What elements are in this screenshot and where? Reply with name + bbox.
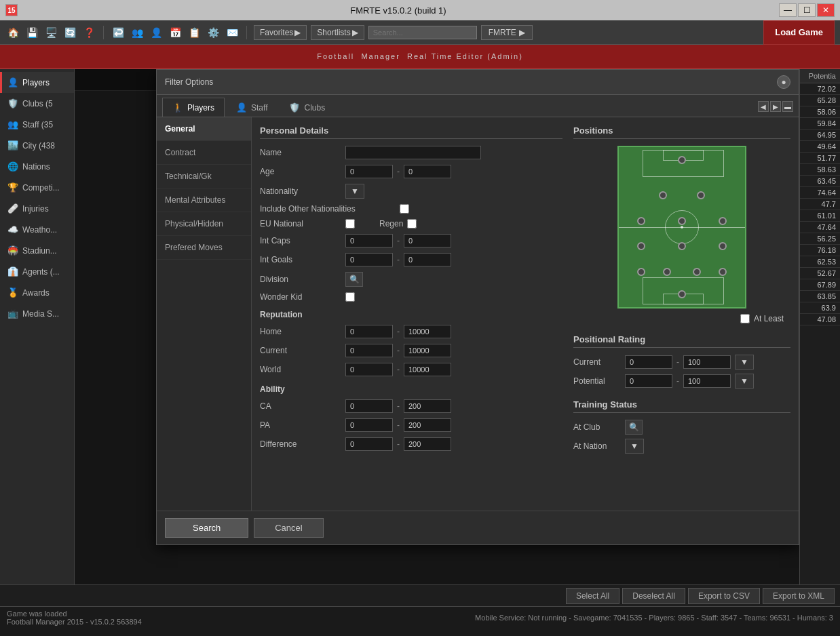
nav-back-button[interactable]: ◀ xyxy=(758,101,769,112)
position-aml[interactable] xyxy=(637,217,645,225)
sidebar-item-awards[interactable]: 🏅 Awards xyxy=(0,282,74,303)
load-game-button[interactable]: Load Game xyxy=(763,20,835,45)
sidebar-item-stadiums[interactable]: 🏟️ Stadiun... xyxy=(0,240,74,261)
monitor-icon[interactable]: 🖥️ xyxy=(43,25,58,40)
help-icon[interactable]: ❓ xyxy=(81,25,96,40)
rep-world-from-input[interactable] xyxy=(345,363,393,376)
include-other-checkbox[interactable] xyxy=(400,204,409,214)
name-input[interactable] xyxy=(345,146,481,159)
int-caps-to-input[interactable] xyxy=(404,234,451,247)
favorites-menu[interactable]: Favorites ▶ xyxy=(254,25,307,40)
export-xml-button[interactable]: Export to XML xyxy=(763,588,835,604)
nav-forward-button[interactable]: ▶ xyxy=(770,101,781,112)
pos-current-from-input[interactable] xyxy=(625,355,672,369)
sidebar-item-agents[interactable]: 👔 Agents (... xyxy=(0,261,74,282)
select-all-button[interactable]: Select All xyxy=(566,588,619,604)
leftnav-contract[interactable]: Contract xyxy=(157,141,251,165)
leftnav-technical[interactable]: Technical/Gk xyxy=(157,165,251,188)
brand-menu[interactable]: FMRTE ▶ xyxy=(481,25,533,40)
arrow-icon[interactable]: ↩️ xyxy=(111,25,126,40)
diff-to-input[interactable] xyxy=(404,437,451,451)
modal-close-button[interactable]: ● xyxy=(777,75,790,89)
list-icon[interactable]: 📋 xyxy=(187,25,202,40)
rep-world-to-input[interactable] xyxy=(404,363,451,376)
calendar-icon[interactable]: 📅 xyxy=(168,25,183,40)
pos-current-dropdown[interactable]: ▼ xyxy=(735,355,754,370)
pa-from-input[interactable] xyxy=(345,418,393,432)
minimize-button[interactable]: — xyxy=(779,3,797,17)
at-club-search-button[interactable]: 🔍 xyxy=(625,420,643,435)
position-amc[interactable] xyxy=(678,217,686,225)
sidebar-item-players[interactable]: 👤 Players xyxy=(0,72,74,93)
leftnav-mental[interactable]: Mental Attributes xyxy=(157,188,251,212)
leftnav-physical[interactable]: Physical/Hidden xyxy=(157,212,251,236)
position-mc[interactable] xyxy=(678,242,686,250)
sidebar-item-weather[interactable]: ☁️ Weatho... xyxy=(0,219,74,240)
tab-clubs[interactable]: 🛡️ Clubs xyxy=(279,98,335,117)
refresh-icon[interactable]: 🔄 xyxy=(62,25,77,40)
mail-icon[interactable]: ✉️ xyxy=(225,25,240,40)
age-to-input[interactable] xyxy=(404,165,451,178)
export-csv-button[interactable]: Export to CSV xyxy=(688,588,760,604)
age-from-input[interactable] xyxy=(345,165,393,178)
shortlists-menu[interactable]: Shortlists ▶ xyxy=(311,25,364,40)
players-icon[interactable]: 👥 xyxy=(130,25,145,40)
settings-icon[interactable]: ⚙️ xyxy=(206,25,221,40)
pos-potential-dropdown[interactable]: ▼ xyxy=(735,374,754,389)
search-input[interactable] xyxy=(368,26,477,39)
position-stl[interactable] xyxy=(659,191,667,199)
tab-players[interactable]: 🚶 Players xyxy=(162,98,225,117)
rep-current-to-input[interactable] xyxy=(404,344,451,357)
position-opp-gk[interactable] xyxy=(678,156,686,164)
position-ml[interactable] xyxy=(637,242,645,250)
position-gk[interactable] xyxy=(678,290,686,298)
pos-current-to-input[interactable] xyxy=(683,355,731,369)
cancel-button[interactable]: Cancel xyxy=(254,518,323,538)
sidebar-item-competitions[interactable]: 🏆 Competi... xyxy=(0,177,74,198)
sidebar-item-media[interactable]: 📺 Media S... xyxy=(0,303,74,324)
pos-potential-to-input[interactable] xyxy=(683,374,731,388)
position-dl[interactable] xyxy=(637,268,645,276)
deselect-all-button[interactable]: Deselect All xyxy=(622,588,685,604)
eu-national-checkbox[interactable] xyxy=(345,219,355,228)
position-mr[interactable] xyxy=(719,242,727,250)
position-dr[interactable] xyxy=(719,268,727,276)
close-button[interactable]: ✕ xyxy=(817,3,835,17)
position-str[interactable] xyxy=(697,191,705,199)
sidebar-item-injuries[interactable]: 🩹 Injuries xyxy=(0,198,74,219)
at-nation-dropdown[interactable]: ▼ xyxy=(625,439,644,454)
position-dcl[interactable] xyxy=(663,268,671,276)
sidebar-item-city[interactable]: 🏙️ City (438 xyxy=(0,135,74,156)
rep-current-from-input[interactable] xyxy=(345,344,393,357)
sidebar-item-nations[interactable]: 🌐 Nations xyxy=(0,156,74,177)
nationality-dropdown[interactable]: ▼ xyxy=(345,184,364,199)
leftnav-general[interactable]: General xyxy=(157,117,251,141)
search-button[interactable]: Search xyxy=(165,518,248,538)
teams-icon[interactable]: 👤 xyxy=(149,25,164,40)
ca-from-input[interactable] xyxy=(345,399,393,413)
int-goals-to-input[interactable] xyxy=(404,253,451,266)
int-goals-from-input[interactable] xyxy=(345,253,393,266)
int-caps-from-input[interactable] xyxy=(345,234,393,247)
maximize-button[interactable]: ☐ xyxy=(798,3,816,17)
leftnav-preferred[interactable]: Prefered Moves xyxy=(157,236,251,260)
sidebar-item-clubs[interactable]: 🛡️ Clubs (5 xyxy=(0,93,74,114)
wonder-kid-checkbox[interactable] xyxy=(345,292,355,302)
home-icon[interactable]: 🏠 xyxy=(5,25,20,40)
at-least-checkbox[interactable] xyxy=(740,314,750,323)
sidebar-item-staff[interactable]: 👥 Staff (35 xyxy=(0,114,74,135)
tab-staff[interactable]: 👤 Staff xyxy=(226,98,278,117)
ca-to-input[interactable] xyxy=(404,399,451,413)
position-amr[interactable] xyxy=(719,217,727,225)
regen-checkbox[interactable] xyxy=(407,219,417,228)
rep-home-from-input[interactable] xyxy=(345,325,393,338)
toolbar-search[interactable] xyxy=(368,26,477,39)
diff-from-input[interactable] xyxy=(345,437,393,451)
save-icon[interactable]: 💾 xyxy=(24,25,39,40)
rep-home-to-input[interactable] xyxy=(404,325,451,338)
pos-potential-from-input[interactable] xyxy=(625,374,672,388)
position-dcr[interactable] xyxy=(693,268,701,276)
nav-expand-button[interactable]: ▬ xyxy=(782,101,793,112)
division-search-button[interactable]: 🔍 xyxy=(345,272,363,287)
pa-to-input[interactable] xyxy=(404,418,451,432)
